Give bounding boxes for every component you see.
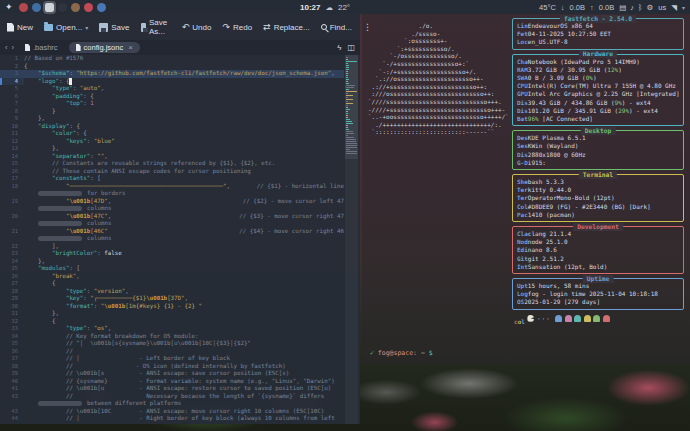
tray-expander-icon[interactable]: ▾ [682,4,685,11]
code-line-content[interactable]: // - OS icon (defined internally by fast… [24,363,344,371]
code-line[interactable]: 10 "display": { [0,123,344,131]
code-line-content[interactable]: "keys": "blue" [24,138,344,146]
code-line-content[interactable]: }, [24,310,344,318]
code-line[interactable]: 2{ [0,63,344,71]
display-icon[interactable]: ▤ [619,3,626,12]
code-line[interactable]: 16 // These contain ANSI escape codes fo… [0,168,344,176]
code-line[interactable]: 12 "keys": "blue" [0,138,344,146]
code-line-content[interactable]: between different platforms [24,400,344,408]
code-line-content[interactable]: "constants": [ [24,175,344,183]
code-line[interactable]: 17 "constants": [ [0,175,344,183]
code-line[interactable]: 26 "break", [0,273,344,281]
open-button[interactable]: Open...▾ [44,23,88,32]
code-line-content[interactable]: // Necessary because the length of `{sys… [24,393,344,401]
code-line-content[interactable]: "type": "auto", [24,85,344,93]
code-line[interactable]: 7 "top": 1 [0,100,344,108]
code-line[interactable]: 5 "type": "auto", [0,85,344,93]
code-line-content[interactable]: "key": "┌──────────{$1}\u001b[37D", [24,295,344,303]
bluetooth-icon[interactable]: ᛒ [638,3,643,12]
code-line[interactable]: 18 "────────────────────────────────────… [0,183,344,191]
code-line[interactable]: 14 "separator": "", [0,153,344,161]
app-chat-icon[interactable] [97,3,106,12]
code-line[interactable]: 20 "\u001b[47C",// {$3} - move cursor ri… [0,213,344,221]
code-line[interactable]: 21 "\u001b[46C"// {$4} - move cursor rig… [0,228,344,236]
undo-button[interactable]: ↶Undo [182,23,212,32]
code-line-content[interactable]: // Key format breakdown for OS module: [24,333,344,341]
code-line[interactable]: 30 "format": "\u001b[1m{#keys} {1} - {2}… [0,303,344,311]
code-line[interactable]: 8 } [0,108,344,116]
code-line[interactable]: 28 "type": "version", [0,288,344,296]
tab-config.jsonc[interactable]: config.jsonc× [69,42,140,53]
code-line[interactable]: 11 "color": { [0,130,344,138]
clock[interactable]: 10:27 [300,3,320,12]
code-line-content[interactable]: "break", [24,273,344,281]
code-line[interactable]: 32 { [0,318,344,326]
code-line[interactable]: 40 // {sysname} - Format variable: syste… [0,378,344,386]
panel-clock-weather[interactable]: 10:27 ☁ 22° [300,3,350,12]
code-line-content[interactable]: "display": { [24,123,344,131]
code-line-content[interactable]: } [24,108,344,116]
shell-prompt[interactable]: ✓ fog@space: ~ $ [370,349,433,357]
code-line[interactable]: 23 "brightColor": false [0,250,344,258]
app-mail-icon[interactable] [32,3,41,12]
code-line[interactable]: columns [0,205,344,213]
code-line[interactable]: columns [0,220,344,228]
overflow-menu-icon[interactable]: ⋮ [363,22,372,32]
code-line[interactable]: 34 // Key format breakdown for OS module… [0,333,344,341]
app-browser-icon[interactable] [19,3,28,12]
app-music-icon[interactable] [84,3,93,12]
redo-button[interactable]: ↷Redo [222,23,252,32]
code-line[interactable]: 37 // │ - Left border of key block [0,355,344,363]
code-line-content[interactable]: // "│ \u001b[s{sysname}\u001b[u\u001b[10… [24,340,344,348]
code-line-content[interactable]: "format": "\u001b[1m{#keys} {1} - {2} " [24,303,344,311]
code-line-content[interactable]: "\u001b[47D",// {$2} - move cursor left … [24,198,344,206]
code-line[interactable]: for borders [0,190,344,198]
code-line-content[interactable]: // [24,348,344,356]
code-line-content[interactable]: "type": "os", [24,325,344,333]
code-line-content[interactable]: "top": 1 [24,100,344,108]
code-line[interactable]: 33 "type": "os", [0,325,344,333]
network-icon[interactable]: ◥ [671,3,677,12]
terminal-window[interactable]: ./o. ./sssso- `:osssssss+- `:+ssssssssss… [362,14,690,364]
code-line-content[interactable]: "\u001b[47C",// {$3} - move cursor right… [24,213,344,221]
code-line-content[interactable]: // \u001b[10C - ANSI escape: move cursor… [24,408,344,416]
code-line[interactable]: 25 "modules": [ [0,265,344,273]
save-as-button[interactable]: Save As... [141,18,171,36]
code-line-content[interactable]: // Based on #1576 [24,55,344,63]
code-line[interactable]: 42 // Necessary because the length of `{… [0,393,344,401]
code-line-content[interactable]: // \u001b[u - ANSI escape: restore curso… [24,385,344,393]
code-line[interactable]: 9 }, [0,115,344,123]
code-line[interactable]: 41 // \u001b[u - ANSI escape: restore cu… [0,385,344,393]
code-line[interactable]: 31 }, [0,310,344,318]
code-line-content[interactable]: columns [24,205,344,213]
code-line[interactable]: 29 "key": "┌──────────{$1}\u001b[37D", [0,295,344,303]
code-line-content[interactable]: // \u001b[s - ANSI escape: save cursor p… [24,370,344,378]
code-line-content[interactable]: // │ - Right border of key block (always… [24,415,344,423]
code-line-content[interactable]: "color": { [24,130,344,138]
code-line[interactable]: 38 // - OS icon (defined internally by f… [0,363,344,371]
code-line-content[interactable]: "separator": "", [24,153,344,161]
code-line-content[interactable]: ], [24,243,344,251]
code-line-content[interactable]: columns [24,235,344,243]
code-line-content[interactable]: // These contain ANSI escape codes for c… [24,168,344,176]
code-line-content[interactable]: "$schema": "https://github.com/fastfetch… [24,70,344,78]
code-line[interactable]: 15 // Constants are reusable strings ref… [0,160,344,168]
split-view-icon[interactable]: ◫ [347,43,355,52]
code-line-content[interactable]: "padding": { [24,93,344,101]
code-line-content[interactable]: "logo": { [24,78,344,86]
code-line-content[interactable]: "modules": [ [24,265,344,273]
code-line[interactable]: 27 { [0,280,344,288]
code-line[interactable]: 35 // "│ \u001b[s{sysname}\u001b[u\u001b… [0,340,344,348]
code-line[interactable]: 44 // │ - Right border of key block (alw… [0,415,344,423]
find-button[interactable]: Find... [321,23,352,32]
volume-icon[interactable]: ♪ [630,3,634,12]
code-line-content[interactable]: "───────────────────────────────────────… [24,183,344,191]
settings-gear-icon[interactable]: ⚙ [647,3,654,12]
new-button[interactable]: New [7,23,33,32]
code-line[interactable]: 4 "logo": { [0,78,344,86]
code-line-content[interactable]: "\u001b[46C"// {$4} - move cursor right … [24,228,344,236]
code-line[interactable]: 13 }, [0,145,344,153]
code-line-content[interactable]: columns [24,220,344,228]
code-line-content[interactable]: "brightColor": false [24,250,344,258]
code-line[interactable]: 22 ], [0,243,344,251]
